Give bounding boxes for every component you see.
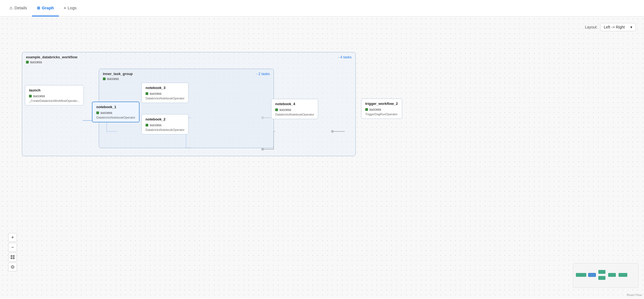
flow-container: example_databricks_workflow success - 4 …	[16, 38, 628, 277]
node-notebook-1-status: success	[96, 111, 112, 115]
tab-logs-label: Logs	[68, 5, 77, 10]
graph-icon: ⊞	[37, 6, 40, 10]
node-notebook-4-title: notebook_4	[275, 102, 314, 106]
node-launch-status: success	[29, 94, 45, 98]
graph-canvas: Layout: Left -> Right ▾	[0, 16, 644, 299]
tab-bar: ⚠ Details ⊞ Graph ≡ Logs	[0, 0, 644, 16]
node-notebook-1-status-label: success	[100, 111, 112, 115]
workflow-status: success	[26, 60, 42, 64]
mini-map[interactable]	[573, 263, 639, 288]
node-notebook-3-operator: DatabricksNotebookOperator	[146, 97, 184, 100]
node-notebook-3-title: notebook_3	[146, 86, 184, 90]
mini-map-inner	[573, 263, 638, 288]
layout-dropdown[interactable]: Left -> Right ▾	[600, 23, 636, 31]
workflow-group: example_databricks_workflow success - 4 …	[22, 52, 356, 156]
react-flow-watermark: React Flow	[627, 293, 642, 297]
zoom-in-button[interactable]: +	[8, 233, 17, 242]
inner-group-name: inner_task_group	[103, 72, 133, 76]
locate-icon	[11, 265, 14, 269]
node-notebook-2-status-label: success	[150, 123, 161, 127]
workflow-name: example_databricks_workflow	[26, 55, 77, 59]
zoom-out-button[interactable]: −	[8, 243, 17, 252]
svg-rect-6	[13, 258, 14, 259]
inner-group-tasks-count: - 2 tasks	[256, 72, 270, 76]
node-trigger-status-label: success	[369, 108, 381, 111]
node-notebook-3-status-label: success	[150, 92, 161, 96]
tab-logs[interactable]: ≡ Logs	[59, 0, 82, 16]
layout-value: Left -> Right	[604, 25, 625, 29]
svg-point-8	[12, 267, 13, 268]
chevron-down-icon: ▾	[630, 25, 632, 29]
node-trigger-status: success	[365, 108, 381, 111]
zoom-controls: + −	[8, 233, 17, 271]
tab-details[interactable]: ⚠ Details	[4, 0, 32, 16]
node-notebook-2-title: notebook_2	[146, 117, 184, 121]
locate-button[interactable]	[8, 263, 17, 271]
tab-graph-label: Graph	[42, 5, 54, 10]
status-dot-trigger	[365, 108, 368, 111]
layout-selector: Layout: Left -> Right ▾	[585, 23, 636, 31]
tab-graph[interactable]: ⊞ Graph	[32, 0, 59, 16]
node-notebook-2[interactable]: notebook_2 success DatabricksNotebookOpe…	[141, 114, 188, 134]
layout-label: Layout:	[585, 25, 597, 29]
status-dot-nb1	[96, 111, 99, 114]
status-dot-inner	[103, 77, 106, 80]
node-notebook-4-status-label: success	[279, 108, 291, 112]
inner-group-status: success	[103, 77, 119, 81]
workflow-status-label: success	[30, 60, 42, 64]
status-dot-nb2	[146, 124, 148, 127]
node-launch-title: launch	[29, 88, 80, 92]
node-notebook-3[interactable]: notebook_3 success DatabricksNotebookOpe…	[141, 83, 188, 103]
node-notebook-3-status: success	[146, 92, 161, 96]
node-notebook-2-status: success	[146, 123, 161, 127]
node-trigger-title: trigger_workflow_2	[365, 102, 398, 106]
node-trigger-workflow-2[interactable]: trigger_workflow_2 success TriggerDagRun…	[361, 99, 402, 119]
svg-rect-5	[11, 258, 12, 259]
node-notebook-2-operator: DatabricksNotebookOperator	[146, 128, 184, 131]
node-notebook-4[interactable]: notebook_4 success DatabricksNotebookOpe…	[271, 99, 318, 119]
node-notebook-1-operator: DatabricksNotebookOperator	[96, 116, 135, 119]
node-notebook-4-status: success	[275, 108, 291, 112]
node-launch-status-label: success	[33, 94, 45, 98]
status-dot-nb3	[146, 92, 148, 95]
node-notebook-1-title: notebook_1	[96, 105, 135, 109]
tab-details-label: Details	[14, 5, 27, 10]
svg-rect-4	[13, 255, 14, 257]
node-launch[interactable]: launch success _CreateDatabricksWorkflow…	[25, 85, 84, 105]
node-notebook-4-operator: DatabricksNotebookOperator	[275, 113, 314, 116]
node-notebook-1[interactable]: notebook_1 success DatabricksNotebookOpe…	[92, 102, 140, 122]
workflow-tasks-count: - 4 tasks	[338, 55, 352, 59]
logs-icon: ≡	[64, 6, 66, 10]
fit-view-button[interactable]	[8, 253, 17, 261]
node-trigger-operator: TriggerDagRunOperator	[365, 113, 398, 116]
fit-icon	[11, 255, 14, 259]
status-dot-launch	[29, 95, 32, 97]
status-dot-nb4	[275, 108, 278, 111]
node-launch-operator: _CreateDatabricksWorkflowOperato...	[29, 99, 80, 102]
status-dot-workflow	[26, 61, 29, 64]
inner-group-status-label: success	[107, 77, 119, 81]
details-icon: ⚠	[9, 6, 13, 10]
svg-rect-3	[11, 255, 12, 257]
